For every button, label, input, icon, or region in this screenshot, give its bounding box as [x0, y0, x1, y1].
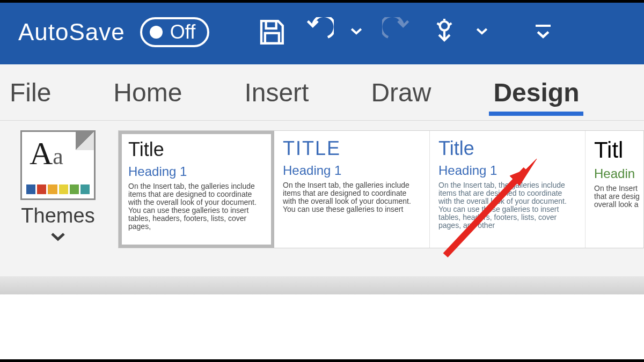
customize-qat-icon[interactable] — [532, 25, 554, 40]
svg-rect-1 — [265, 33, 279, 43]
undo-dropdown-icon[interactable] — [350, 25, 366, 40]
touch-mode-icon[interactable] — [428, 16, 460, 48]
style-set-heading: Headin — [594, 166, 644, 181]
redo-icon — [381, 16, 413, 48]
tab-home[interactable]: Home — [109, 76, 186, 109]
tab-draw[interactable]: Draw — [367, 76, 435, 109]
style-set-body: On the Insert tab, the galleries include… — [438, 181, 576, 230]
style-set-title: Title — [128, 138, 265, 161]
ribbon-design: Aa Themes Title Heading 1 On the Insert … — [0, 121, 644, 276]
autosave-label: AutoSave — [18, 19, 125, 46]
style-set-title: Titl — [594, 137, 644, 163]
style-set-body: On the Insert tab, the galleries include… — [283, 181, 421, 213]
style-set-gallery[interactable]: Title Heading 1 On the Insert tab, the g… — [118, 130, 644, 248]
undo-icon[interactable] — [303, 16, 335, 48]
style-set-heading: Heading 1 — [283, 163, 421, 178]
autosave-toggle[interactable]: Off — [140, 17, 209, 47]
themes-button[interactable]: Aa Themes — [10, 130, 106, 245]
ribbon-shadow — [0, 276, 644, 294]
autosave-toggle-knob — [150, 26, 163, 39]
tab-file[interactable]: File — [5, 76, 55, 109]
style-set-title: Title — [438, 137, 576, 160]
style-set-item[interactable]: Title Heading 1 On the Insert tab, the g… — [119, 131, 274, 248]
touch-mode-dropdown-icon[interactable] — [475, 25, 492, 40]
style-set-heading: Heading 1 — [438, 163, 576, 178]
tab-insert[interactable]: Insert — [240, 76, 313, 109]
style-set-title: TITLE — [283, 137, 421, 160]
save-icon[interactable] — [255, 16, 288, 48]
svg-point-2 — [440, 21, 449, 31]
style-set-heading: Heading 1 — [128, 164, 265, 179]
style-set-body: On the Insert that are desig overall loo… — [594, 184, 644, 209]
style-set-item[interactable]: TITLE Heading 1 On the Insert tab, the g… — [274, 131, 430, 248]
themes-dropdown-icon[interactable] — [50, 232, 66, 245]
style-set-item[interactable]: Titl Headin On the Insert that are desig… — [586, 131, 644, 248]
title-bar: AutoSave Off — [0, 0, 644, 64]
themes-label: Themes — [21, 204, 94, 227]
svg-rect-0 — [266, 21, 276, 28]
themes-icon: Aa — [20, 130, 96, 200]
style-set-body: On the Insert tab, the galleries include… — [128, 182, 265, 231]
style-set-item[interactable]: Title Heading 1 On the Insert tab, the g… — [430, 131, 586, 248]
autosave-toggle-state: Off — [170, 21, 195, 43]
tab-design[interactable]: Design — [489, 76, 583, 109]
ribbon-tab-strip: File Home Insert Draw Design — [0, 64, 644, 121]
